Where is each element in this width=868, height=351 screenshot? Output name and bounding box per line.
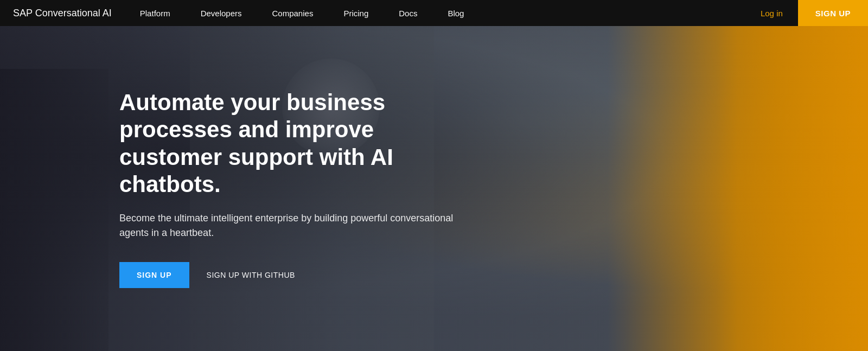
nav-brand[interactable]: SAP Conversational AI — [0, 8, 125, 19]
nav-link-docs[interactable]: Docs — [384, 0, 432, 26]
nav-links: Platform Developers Companies Pricing Do… — [125, 0, 745, 26]
hero-text-block: Automate your business processes and imp… — [119, 89, 477, 289]
hero-headline: Automate your business processes and imp… — [119, 89, 477, 199]
nav-link-developers[interactable]: Developers — [186, 0, 257, 26]
hero-buttons: SIGN UP SIGN UP WITH GITHUB — [119, 262, 477, 288]
nav-link-blog[interactable]: Blog — [432, 0, 479, 26]
hero-signup-button[interactable]: SIGN UP — [119, 262, 189, 288]
signup-button[interactable]: SIGN UP — [798, 0, 868, 26]
hero-github-button[interactable]: SIGN UP WITH GITHUB — [207, 271, 295, 279]
nav-actions: Log in SIGN UP — [745, 0, 868, 26]
nav-link-companies[interactable]: Companies — [257, 0, 329, 26]
hero-subheadline: Become the ultimate intelligent enterpri… — [119, 211, 477, 240]
login-link[interactable]: Log in — [745, 9, 798, 18]
navbar: SAP Conversational AI Platform Developer… — [0, 0, 868, 26]
nav-link-platform[interactable]: Platform — [125, 0, 186, 26]
nav-link-pricing[interactable]: Pricing — [328, 0, 384, 26]
hero-content: Automate your business processes and imp… — [0, 26, 868, 351]
hero-section: Automate your business processes and imp… — [0, 26, 868, 351]
